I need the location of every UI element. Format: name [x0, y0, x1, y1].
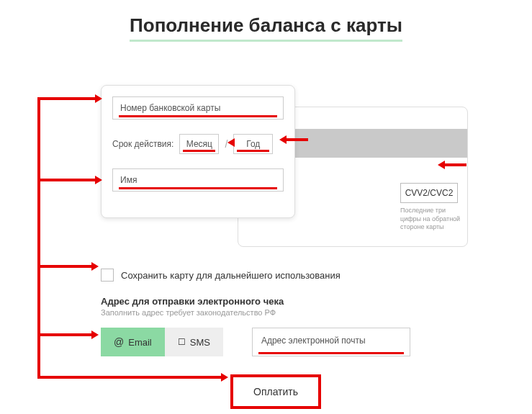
year-placeholder: Год [246, 139, 260, 149]
expiry-separator: / [225, 138, 227, 150]
cardholder-name-input[interactable]: Имя [112, 168, 284, 192]
month-placeholder: Месяц [186, 139, 212, 149]
annotation-underline [119, 187, 277, 189]
cvv-hint: Последние три цифры на обратной стороне … [400, 207, 465, 232]
card-front: Номер банковской карты Срок действия: Ме… [101, 85, 295, 218]
card-area: CVV2/CVC2 Последние три цифры на обратно… [101, 85, 503, 218]
receipt-hint: Заполнить адрес требует законодательство… [101, 308, 503, 317]
pay-button[interactable]: Оплатить [230, 374, 321, 409]
card-number-input[interactable]: Номер банковской карты [112, 96, 284, 120]
save-card-label: Сохранить карту для дальнейшего использо… [121, 270, 341, 281]
name-placeholder: Имя [120, 175, 137, 185]
sms-label: SMS [190, 337, 210, 348]
annotation-underline [119, 115, 277, 117]
save-card-row: Сохранить карту для дальнейшего использо… [101, 269, 503, 282]
email-label: Email [128, 337, 152, 348]
save-card-checkbox[interactable] [101, 269, 114, 282]
sms-channel-button[interactable]: ☐ SMS [165, 328, 223, 356]
cvv-placeholder: CVV2/CVC2 [405, 188, 454, 198]
pay-section: Оплатить Безопасный платеж [230, 374, 503, 414]
page-title: Пополнение баланса с карты [130, 14, 402, 42]
email-placeholder: Адрес электронной почты [261, 336, 366, 346]
expiry-label: Срок действия: [112, 139, 173, 149]
card-number-placeholder: Номер банковской карты [120, 103, 220, 113]
channel-row: @ Email ☐ SMS Адрес электронной почты [101, 328, 503, 356]
cvv-input[interactable]: CVV2/CVC2 [400, 183, 458, 203]
expiry-year-input[interactable]: Год [233, 134, 273, 154]
annotation-underline [258, 352, 404, 354]
email-channel-button[interactable]: @ Email [101, 328, 165, 356]
annotation-underline [183, 150, 215, 152]
email-address-input[interactable]: Адрес электронной почты [252, 328, 410, 356]
receipt-title: Адрес для отправки электронного чека [101, 296, 503, 307]
at-icon: @ [114, 336, 124, 348]
sms-icon: ☐ [178, 337, 186, 347]
expiry-month-input[interactable]: Месяц [179, 134, 219, 154]
receipt-section: Адрес для отправки электронного чека Зап… [101, 296, 503, 356]
expiry-row: Срок действия: Месяц / Год [112, 134, 284, 154]
annotation-underline [237, 150, 269, 152]
